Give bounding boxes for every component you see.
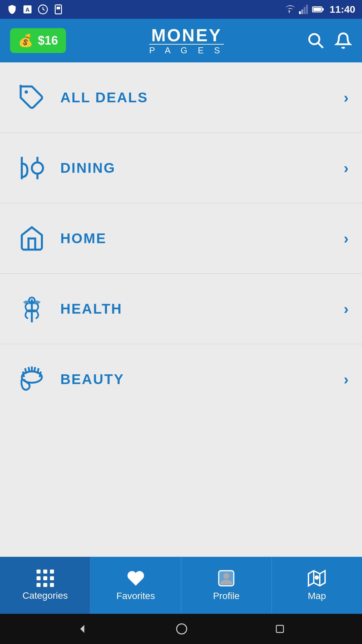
svg-marker-37 (80, 625, 84, 633)
nav-favorites[interactable]: Favorites (90, 557, 181, 614)
svg-point-14 (309, 34, 319, 44)
nav-map[interactable]: Map (272, 557, 362, 614)
system-nav-bar (0, 614, 362, 644)
beauty-chevron: › (344, 371, 349, 388)
nav-categories[interactable]: Categories (0, 557, 90, 614)
profile-icon (217, 569, 235, 587)
heart-icon (127, 569, 145, 587)
bell-icon (335, 32, 352, 49)
status-bar: A 11:40 (0, 0, 362, 19)
svg-line-15 (318, 43, 323, 48)
shield-icon (7, 4, 17, 15)
favorites-label: Favorites (116, 591, 155, 601)
balance-badge[interactable]: 💰 $16 (10, 28, 66, 53)
svg-line-24 (23, 372, 24, 377)
recents-button[interactable] (275, 624, 285, 634)
all-deals-chevron: › (344, 89, 349, 106)
svg-line-4 (43, 9, 45, 10)
svg-rect-13 (322, 8, 324, 11)
menu-item-health[interactable]: HEALTH › (0, 274, 362, 344)
tag-icon (13, 84, 50, 111)
header: 💰 $16 MONEY P A G E S (0, 19, 362, 62)
balance-amount: $16 (38, 34, 58, 48)
bottom-nav: Categories Favorites Profile Map (0, 557, 362, 614)
svg-point-32 (223, 573, 229, 579)
logo-line2: P A G E S (149, 44, 224, 55)
search-button[interactable] (307, 32, 324, 49)
svg-rect-8 (301, 9, 303, 14)
svg-text:A: A (25, 6, 30, 13)
status-bar-left-icons: A (7, 4, 64, 15)
profile-label: Profile (213, 591, 239, 601)
home-label: HOME (50, 230, 344, 247)
menu-list: ALL DEALS › DINING › HOME › (0, 62, 362, 557)
home-button[interactable] (176, 623, 188, 635)
svg-point-38 (177, 624, 187, 634)
svg-line-25 (25, 368, 26, 374)
status-bar-right-icons: 11:40 (283, 4, 355, 15)
svg-rect-7 (299, 11, 301, 14)
app-logo: MONEY P A G E S (149, 26, 224, 55)
menu-item-home[interactable]: HOME › (0, 203, 362, 274)
back-button[interactable] (77, 623, 89, 635)
home-icon (13, 225, 50, 252)
dining-chevron: › (344, 160, 349, 176)
svg-line-26 (28, 367, 29, 372)
status-time: 11:40 (329, 4, 355, 15)
health-label: HEALTH (50, 301, 344, 317)
map-label: Map (308, 591, 326, 601)
svg-rect-39 (276, 625, 283, 632)
beauty-icon (13, 366, 50, 393)
header-actions (307, 32, 352, 49)
svg-line-30 (40, 372, 41, 377)
svg-point-36 (315, 576, 318, 579)
health-chevron: › (344, 301, 349, 317)
notifications-button[interactable] (335, 32, 352, 49)
svg-rect-6 (57, 7, 60, 9)
menu-item-all-deals[interactable]: ALL DEALS › (0, 62, 362, 133)
wifi-icon (283, 5, 295, 14)
svg-line-28 (34, 367, 35, 372)
a-icon: A (22, 4, 33, 15)
svg-point-18 (32, 162, 43, 173)
svg-rect-9 (304, 7, 306, 14)
battery-icon (312, 5, 324, 14)
map-icon (308, 569, 326, 587)
money-bag-icon: 💰 (18, 34, 33, 48)
dining-icon (13, 155, 50, 181)
sim-icon (53, 4, 64, 15)
home-chevron: › (344, 230, 349, 247)
all-deals-label: ALL DEALS (50, 90, 344, 106)
signal-icon (299, 5, 309, 14)
menu-item-beauty[interactable]: BEAUTY › (0, 344, 362, 415)
search-icon (307, 32, 324, 49)
clock-icon (38, 4, 48, 15)
categories-label: Categories (22, 590, 68, 601)
menu-item-dining[interactable]: DINING › (0, 133, 362, 203)
health-icon (13, 296, 50, 322)
svg-line-29 (38, 368, 39, 374)
nav-profile[interactable]: Profile (181, 557, 272, 614)
beauty-label: BEAUTY (50, 371, 344, 387)
dining-label: DINING (50, 160, 344, 176)
categories-icon (37, 570, 54, 587)
svg-rect-10 (306, 5, 308, 14)
svg-rect-12 (313, 8, 321, 11)
logo-line1: MONEY (149, 26, 224, 44)
